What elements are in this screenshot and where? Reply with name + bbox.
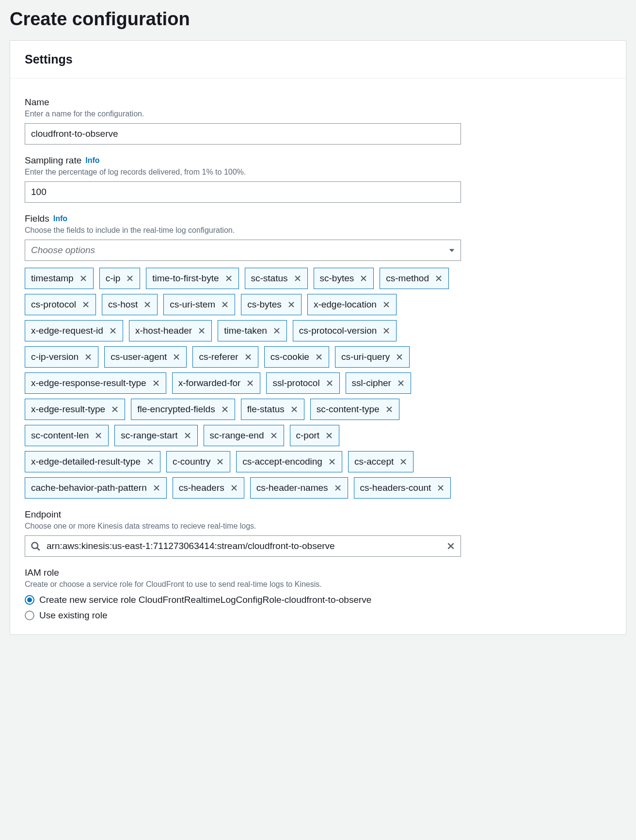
remove-token-icon[interactable]	[225, 275, 233, 282]
field-token-cs-cookie: cs-cookie	[264, 346, 329, 368]
search-icon	[31, 541, 40, 551]
field-token-label: sc-content-type	[317, 404, 380, 415]
field-token-label: x-edge-location	[314, 299, 377, 310]
remove-token-icon[interactable]	[221, 301, 229, 308]
field-token-x-edge-location: x-edge-location	[307, 294, 397, 315]
radio-button[interactable]	[25, 611, 34, 620]
remove-token-icon[interactable]	[294, 275, 302, 282]
remove-token-icon[interactable]	[326, 379, 334, 387]
endpoint-group: Endpoint Choose one or more Kinesis data…	[25, 509, 611, 557]
remove-token-icon[interactable]	[153, 484, 160, 492]
sampling-rate-info-link[interactable]: Info	[85, 156, 99, 165]
field-token-label: cs-uri-query	[341, 352, 390, 362]
remove-token-icon[interactable]	[184, 432, 191, 439]
field-token-label: cache-behavior-path-pattern	[31, 483, 147, 493]
iam-role-label: IAM role	[25, 567, 611, 578]
remove-token-icon[interactable]	[221, 405, 229, 413]
field-token-label: sc-range-start	[121, 430, 177, 441]
field-token-cache-behavior-path-pattern: cache-behavior-path-pattern	[25, 477, 167, 499]
field-token-label: x-edge-response-result-type	[31, 378, 146, 388]
remove-token-icon[interactable]	[109, 327, 117, 335]
name-label: Name	[25, 97, 611, 108]
remove-token-icon[interactable]	[270, 432, 278, 439]
field-token-label: sc-content-len	[31, 430, 89, 441]
field-token-ssl-cipher: ssl-cipher	[346, 372, 411, 394]
panel-title: Settings	[25, 52, 611, 66]
clear-endpoint-icon[interactable]	[446, 542, 455, 550]
remove-token-icon[interactable]	[328, 458, 336, 466]
remove-token-icon[interactable]	[435, 275, 443, 282]
field-token-label: timestamp	[31, 273, 74, 284]
remove-token-icon[interactable]	[111, 405, 119, 413]
radio-button[interactable]	[25, 595, 34, 605]
field-token-x-edge-response-result-type: x-edge-response-result-type	[25, 372, 166, 394]
endpoint-label: Endpoint	[25, 509, 611, 520]
field-token-timestamp: timestamp	[25, 268, 94, 289]
field-token-label: c-ip	[106, 273, 121, 284]
sampling-rate-input[interactable]	[25, 181, 461, 203]
remove-token-icon[interactable]	[198, 327, 206, 335]
field-token-label: cs-host	[108, 299, 138, 310]
fields-info-link[interactable]: Info	[53, 214, 67, 223]
remove-token-icon[interactable]	[230, 484, 238, 492]
remove-token-icon[interactable]	[95, 432, 102, 439]
field-token-sc-range-end: sc-range-end	[204, 425, 284, 446]
field-token-label: cs-headers	[179, 483, 224, 493]
remove-token-icon[interactable]	[334, 484, 342, 492]
settings-panel: Settings Name Enter a name for the confi…	[10, 40, 626, 635]
remove-token-icon[interactable]	[80, 275, 87, 282]
field-token-cs-header-names: cs-header-names	[250, 477, 348, 499]
remove-token-icon[interactable]	[216, 458, 224, 466]
fields-hint: Choose the fields to include in the real…	[25, 226, 611, 235]
iam-role-group: IAM role Create or choose a service role…	[25, 567, 611, 621]
remove-token-icon[interactable]	[396, 353, 403, 361]
remove-token-icon[interactable]	[385, 405, 393, 413]
field-token-label: time-to-first-byte	[152, 273, 219, 284]
remove-token-icon[interactable]	[287, 301, 295, 308]
remove-token-icon[interactable]	[315, 353, 323, 361]
field-token-label: cs-method	[386, 273, 429, 284]
endpoint-input[interactable]	[25, 535, 461, 557]
field-token-cs-host: cs-host	[102, 294, 158, 315]
field-token-sc-content-len: sc-content-len	[25, 425, 109, 446]
remove-token-icon[interactable]	[290, 405, 298, 413]
remove-token-icon[interactable]	[360, 275, 367, 282]
fields-select[interactable]: Choose options	[25, 240, 461, 261]
field-token-time-to-first-byte: time-to-first-byte	[146, 268, 238, 289]
field-token-x-edge-result-type: x-edge-result-type	[25, 399, 125, 420]
remove-token-icon[interactable]	[273, 327, 281, 335]
field-token-label: fle-encrypted-fields	[137, 404, 215, 415]
field-token-cs-method: cs-method	[380, 268, 449, 289]
field-token-cs-accept-encoding: cs-accept-encoding	[236, 451, 342, 472]
field-token-label: ssl-protocol	[272, 378, 319, 388]
remove-token-icon[interactable]	[325, 432, 333, 439]
endpoint-hint: Choose one or more Kinesis data streams …	[25, 522, 611, 531]
remove-token-icon[interactable]	[143, 301, 151, 308]
field-token-c-ip-version: c-ip-version	[25, 346, 98, 368]
remove-token-icon[interactable]	[173, 353, 180, 361]
fields-group: Fields Info Choose the fields to include…	[25, 213, 611, 499]
name-hint: Enter a name for the configuration.	[25, 110, 611, 118]
field-token-fle-encrypted-fields: fle-encrypted-fields	[131, 399, 235, 420]
remove-token-icon[interactable]	[82, 301, 90, 308]
remove-token-icon[interactable]	[152, 379, 160, 387]
field-token-label: ssl-cipher	[352, 378, 391, 388]
name-input[interactable]	[25, 123, 461, 145]
remove-token-icon[interactable]	[397, 379, 405, 387]
field-token-cs-headers-count: cs-headers-count	[354, 477, 451, 499]
remove-token-icon[interactable]	[244, 353, 252, 361]
remove-token-icon[interactable]	[246, 379, 254, 387]
remove-token-icon[interactable]	[84, 353, 92, 361]
remove-token-icon[interactable]	[382, 301, 390, 308]
remove-token-icon[interactable]	[437, 484, 445, 492]
remove-token-icon[interactable]	[399, 458, 407, 466]
field-token-cs-protocol-version: cs-protocol-version	[293, 320, 397, 341]
remove-token-icon[interactable]	[146, 458, 154, 466]
remove-token-icon[interactable]	[126, 275, 134, 282]
field-token-time-taken: time-taken	[218, 320, 287, 341]
field-token-cs-referer: cs-referer	[192, 346, 258, 368]
field-token-label: time-taken	[224, 325, 267, 336]
iam-role-hint: Create or choose a service role for Clou…	[25, 580, 611, 589]
remove-token-icon[interactable]	[382, 327, 390, 335]
field-token-label: fle-status	[247, 404, 285, 415]
